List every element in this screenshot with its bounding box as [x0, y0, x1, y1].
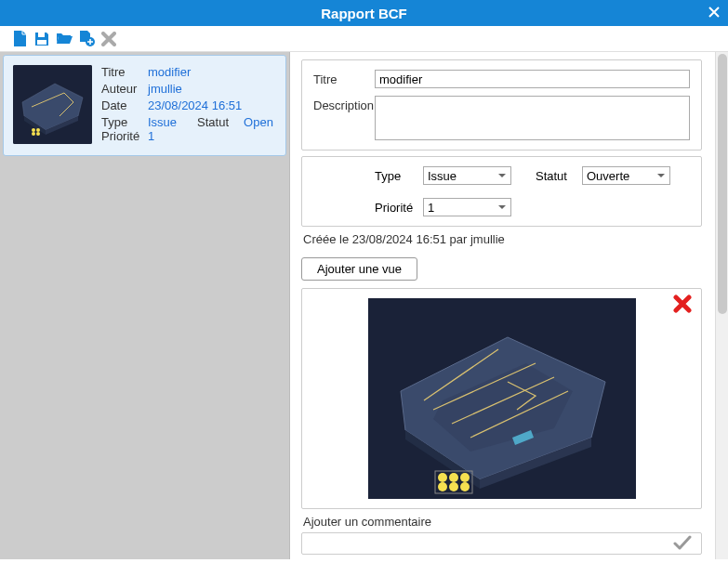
issue-list-pane: Titremodifier Auteurjmullie Date23/08/20… — [0, 52, 290, 559]
view-thumbnail[interactable] — [368, 298, 636, 499]
toolbar — [0, 26, 728, 52]
save-icon[interactable] — [33, 31, 50, 47]
delete-view-icon[interactable] — [673, 295, 692, 316]
meta-group: Type Issue Statut Ouverte Priorité 1 — [301, 156, 702, 227]
created-text: Créée le 23/08/2024 16:51 par jmullie — [303, 232, 700, 246]
close-icon[interactable] — [708, 4, 721, 23]
card-title-label: Titre — [101, 65, 148, 79]
card-priority-label: Priorité — [101, 129, 148, 143]
status-select[interactable]: Ouverte — [582, 166, 670, 185]
detail-content: Titre Description Type Issue Statut Ouve… — [290, 52, 715, 559]
svg-point-22 — [460, 482, 470, 491]
card-title-value: modifier — [148, 65, 191, 79]
svg-point-21 — [449, 482, 458, 491]
view-box — [301, 288, 702, 509]
svg-rect-1 — [37, 40, 46, 45]
priority-select[interactable]: 1 — [423, 198, 511, 216]
issue-card-info: Titremodifier Auteurjmullie Date23/08/20… — [101, 65, 276, 146]
description-input[interactable] — [375, 96, 690, 140]
open-folder-icon[interactable] — [56, 31, 73, 47]
scrollbar[interactable] — [715, 52, 728, 559]
svg-point-8 — [36, 128, 40, 132]
status-label: Statut — [536, 169, 573, 183]
main-area: Titremodifier Auteurjmullie Date23/08/20… — [0, 52, 728, 559]
card-type-label: Type — [101, 115, 148, 129]
card-date-label: Date — [101, 98, 148, 112]
svg-point-18 — [449, 473, 458, 482]
card-status-value: Open — [244, 115, 273, 129]
scroll-thumb[interactable] — [718, 54, 727, 314]
card-status-label: Statut — [197, 115, 244, 129]
card-author-value: jmullie — [148, 82, 182, 96]
detail-pane: Titre Description Type Issue Statut Ouve… — [290, 52, 728, 559]
card-author-label: Auteur — [101, 82, 148, 96]
description-label: Description — [313, 96, 375, 112]
card-type-value: Issue — [148, 115, 177, 129]
issue-thumbnail — [13, 65, 92, 144]
card-priority-value: 1 — [148, 129, 154, 143]
delete-icon[interactable] — [100, 31, 117, 47]
svg-rect-0 — [38, 33, 45, 37]
svg-point-19 — [460, 473, 470, 482]
comment-input-row — [301, 532, 702, 555]
type-label: Type — [375, 169, 414, 183]
svg-point-17 — [438, 473, 447, 482]
title-label: Titre — [313, 70, 375, 86]
svg-point-20 — [438, 482, 447, 491]
svg-point-7 — [32, 128, 35, 132]
titlebar: Rapport BCF — [0, 0, 728, 26]
submit-comment-icon[interactable] — [673, 535, 692, 553]
svg-point-10 — [36, 132, 40, 136]
title-desc-group: Titre Description — [301, 59, 702, 151]
add-view-button[interactable]: Ajouter une vue — [301, 257, 417, 281]
window-title: Rapport BCF — [321, 6, 407, 21]
title-input[interactable] — [375, 70, 690, 88]
add-comment-label: Ajouter un commentaire — [303, 515, 702, 529]
type-select[interactable]: Issue — [423, 166, 511, 185]
priority-label: Priorité — [375, 201, 414, 215]
svg-point-9 — [32, 132, 35, 136]
file-add-icon[interactable] — [78, 31, 95, 47]
new-file-icon[interactable] — [11, 31, 28, 47]
issue-card[interactable]: Titremodifier Auteurjmullie Date23/08/20… — [3, 55, 286, 156]
card-date-value: 23/08/2024 16:51 — [148, 98, 242, 112]
